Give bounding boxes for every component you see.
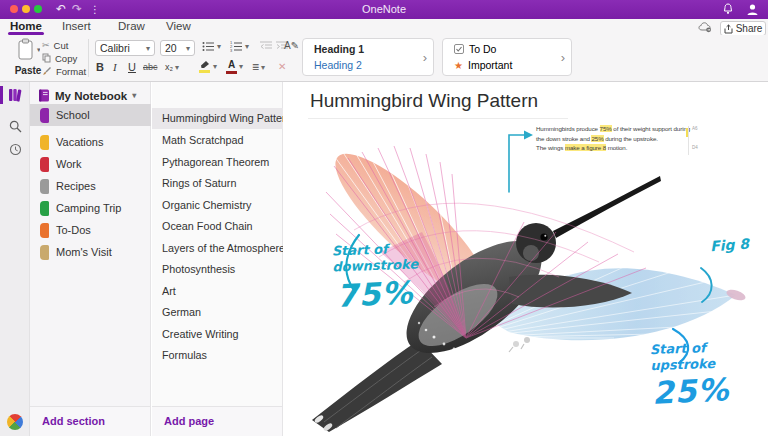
- note-text: the down stroke and: [536, 135, 591, 142]
- align-button[interactable]: ≡ ▾: [252, 60, 265, 74]
- font-name-select[interactable]: Calibri ▾: [95, 40, 155, 56]
- underline-button[interactable]: U: [128, 61, 136, 73]
- recent-notes-clock-icon[interactable]: [0, 143, 30, 156]
- styles-expand-icon[interactable]: ›: [423, 50, 427, 65]
- section-item-recipes[interactable]: Recipes: [30, 175, 151, 197]
- window-title: OneNote: [0, 0, 768, 19]
- strikethrough-button[interactable]: abc: [143, 62, 158, 72]
- italic-button[interactable]: I: [113, 61, 117, 73]
- page-item[interactable]: Rings of Saturn: [152, 173, 283, 194]
- tags-gallery: To Do ★ Important ›: [442, 38, 572, 76]
- chevron-down-icon: ▾: [146, 44, 150, 53]
- paste-button[interactable]: ▾ Paste: [10, 38, 46, 76]
- page-item[interactable]: Formulas: [152, 345, 283, 366]
- page-item[interactable]: Hummingbird Wing Pattern: [152, 108, 283, 129]
- subscript-button[interactable]: x₂ ▾: [165, 62, 179, 72]
- star-icon: ★: [454, 60, 463, 71]
- section-color-tab: [40, 157, 49, 172]
- font-color-icon: A: [226, 59, 237, 74]
- note-text-block[interactable]: Hummingbirds produce 75% of their weight…: [536, 124, 706, 153]
- page-canvas[interactable]: Hummingbird Wing Pattern: [284, 82, 768, 436]
- note-text: motion.: [606, 144, 627, 151]
- font-color-button[interactable]: A ▾: [226, 59, 243, 74]
- section-item-camping-trip[interactable]: Camping Trip: [30, 197, 151, 219]
- section-item-school[interactable]: School: [30, 104, 151, 126]
- note-text: of their weight support during: [612, 125, 690, 132]
- tab-draw[interactable]: Draw: [118, 19, 145, 35]
- numbered-list-button[interactable]: 123 ▾: [230, 41, 249, 52]
- ribbon: ▾ Paste ✂ Cut Copy Format Calibri ▾ 20: [0, 35, 768, 82]
- page-item[interactable]: Creative Writing: [152, 324, 283, 345]
- downstroke-label: Start of downstroke: [331, 241, 418, 276]
- tab-insert[interactable]: Insert: [62, 19, 91, 35]
- add-page-button[interactable]: Add page: [152, 406, 282, 436]
- downstroke-value: 75%: [335, 274, 414, 314]
- todo-checkbox-icon: [454, 44, 464, 54]
- font-size-value: 20: [165, 42, 177, 54]
- page-item[interactable]: German: [152, 302, 283, 323]
- note-highlight-25: 25%: [591, 135, 603, 142]
- account-avatar-icon[interactable]: [746, 3, 759, 16]
- highlighter-button[interactable]: ▾: [198, 59, 217, 73]
- notebook-icon: [38, 89, 50, 102]
- chevron-down-icon: ▾: [213, 62, 217, 71]
- page-item[interactable]: Art: [152, 281, 283, 302]
- format-label: Format: [56, 66, 86, 77]
- style-heading2[interactable]: Heading 2: [314, 59, 362, 71]
- section-item-to-dos[interactable]: To-Dos: [30, 219, 151, 241]
- page-item[interactable]: Layers of the Atmosphere: [152, 238, 283, 259]
- section-color-tab: [40, 135, 49, 150]
- tag-todo[interactable]: To Do: [454, 43, 496, 55]
- chevron-down-icon: ▾: [217, 42, 221, 51]
- page-item[interactable]: Photosynthesis: [152, 259, 283, 280]
- section-label: Work: [56, 158, 81, 170]
- section-label: Vacations: [56, 136, 104, 148]
- upstroke-value: 25%: [651, 371, 730, 411]
- align-icon: ≡: [252, 60, 259, 74]
- section-label: School: [56, 109, 90, 121]
- clear-formatting-button[interactable]: ✕: [278, 61, 286, 72]
- subscript-icon: x₂: [165, 62, 173, 72]
- highlighter-icon: [198, 59, 211, 73]
- outdent-button[interactable]: [260, 41, 272, 51]
- page-item[interactable]: Organic Chemistry: [152, 195, 283, 216]
- bold-button[interactable]: B: [96, 61, 104, 73]
- note-highlight-figure8: make a figure 8: [565, 144, 606, 151]
- page-item[interactable]: Pythagorean Theorem: [152, 152, 283, 173]
- sync-status-icon[interactable]: [698, 21, 713, 33]
- section-color-tab: [40, 223, 49, 238]
- styles-pane-button[interactable]: A✎: [284, 40, 299, 51]
- chevron-down-icon: ▾: [175, 63, 179, 72]
- notifications-bell-icon[interactable]: [722, 3, 734, 16]
- section-item-work[interactable]: Work: [30, 153, 151, 175]
- share-button[interactable]: Share: [720, 21, 766, 36]
- page-item[interactable]: Math Scratchpad: [152, 130, 283, 151]
- tab-view[interactable]: View: [166, 19, 191, 35]
- copy-label: Copy: [55, 53, 77, 64]
- paste-label: Paste: [10, 65, 46, 76]
- style-heading1[interactable]: Heading 1: [314, 43, 364, 55]
- paintbrush-icon: [42, 66, 52, 76]
- svg-text:3: 3: [230, 48, 233, 52]
- onenote-window: ↶ ↷ ⋮ OneNote Home Insert Draw View Shar…: [0, 0, 768, 436]
- search-icon[interactable]: [0, 120, 30, 133]
- tab-home[interactable]: Home: [10, 19, 42, 35]
- bullet-list-button[interactable]: ▾: [202, 41, 221, 52]
- notebooks-icon[interactable]: [0, 87, 30, 103]
- titlebar: ↶ ↷ ⋮ OneNote: [0, 0, 768, 19]
- section-item-moms-visit[interactable]: Mom's Visit: [30, 241, 151, 263]
- section-item-vacations[interactable]: Vacations: [30, 131, 151, 153]
- add-section-button[interactable]: Add section: [30, 406, 150, 436]
- page-item[interactable]: Ocean Food Chain: [152, 216, 283, 237]
- cut-button[interactable]: ✂ Cut: [42, 39, 68, 51]
- office-avatar-icon[interactable]: [7, 414, 23, 430]
- note-text: The wings: [536, 144, 565, 151]
- notebook-switcher[interactable]: My Notebook ▾: [38, 89, 136, 102]
- copy-button[interactable]: Copy: [42, 52, 77, 64]
- chevron-down-icon: ▾: [186, 44, 190, 53]
- format-painter-button[interactable]: Format: [42, 65, 86, 77]
- tags-expand-icon[interactable]: ›: [561, 50, 565, 65]
- chevron-down-icon: ▾: [132, 91, 136, 100]
- tag-important[interactable]: ★ Important: [454, 59, 512, 71]
- font-size-select[interactable]: 20 ▾: [160, 40, 195, 56]
